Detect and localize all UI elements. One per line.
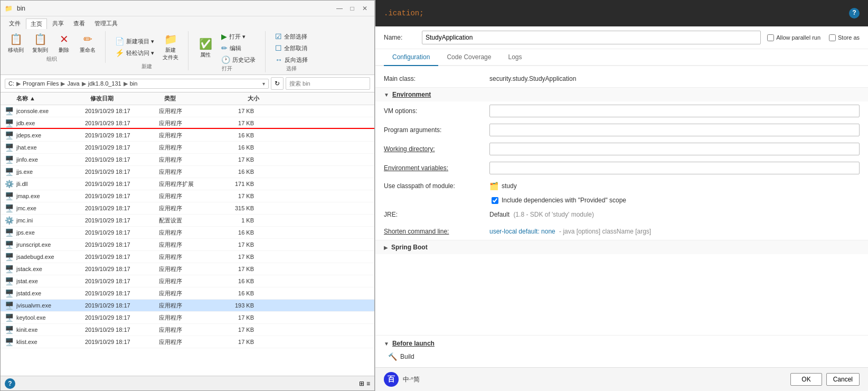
env-vars-row: Environment variables: xyxy=(375,159,868,178)
folder-icon: 📁 xyxy=(5,5,13,12)
edit-button[interactable]: ✏ 编辑 xyxy=(218,43,259,53)
list-view-icon[interactable]: ≡ xyxy=(366,380,370,387)
table-row[interactable]: 🖥️ jmap.exe 2019/10/29 18:17 应用程序 17 KB xyxy=(1,190,374,202)
history-button[interactable]: 🕐 历史记录 xyxy=(218,54,259,65)
select-all-label: 全部选择 xyxy=(284,33,307,41)
invert-selection-button[interactable]: ↔ 反向选择 xyxy=(272,54,311,65)
include-deps-checkbox[interactable] xyxy=(492,197,498,204)
table-row[interactable]: 🖥️ jps.exe 2019/10/29 18:17 应用程序 16 KB xyxy=(1,227,374,239)
title-bar-left: 📁 bin xyxy=(5,5,25,12)
before-launch-label: Before launch xyxy=(392,340,435,347)
file-size: 1 KB xyxy=(212,217,254,224)
file-date: 2019/10/29 18:17 xyxy=(85,339,159,345)
vm-options-input[interactable] xyxy=(489,105,860,117)
program-args-input[interactable] xyxy=(489,124,860,136)
open-label: 打开 ▾ xyxy=(229,33,246,41)
file-type: 应用程序 xyxy=(159,229,212,237)
select-all-button[interactable]: ☑ 全部选择 xyxy=(272,31,311,42)
store-as-check[interactable] xyxy=(829,34,836,41)
sep2: ▶ xyxy=(61,80,65,87)
copy-label: 复制到 xyxy=(32,46,48,54)
search-input[interactable] xyxy=(289,80,366,87)
working-dir-input[interactable] xyxy=(489,143,860,155)
properties-label: 属性 xyxy=(200,51,211,59)
tab-configuration[interactable]: Configuration xyxy=(384,49,438,66)
table-row[interactable]: 🖥️ jmc.exe 2019/10/29 18:17 应用程序 315 KB xyxy=(1,202,374,215)
tab-code-coverage[interactable]: Code Coverage xyxy=(438,49,499,66)
copy-to-button[interactable]: 📋 复制到 xyxy=(29,31,51,55)
ribbon-tab-share[interactable]: 共享 xyxy=(48,18,68,29)
sep4: ▶ xyxy=(124,80,128,87)
table-row[interactable]: 🖥️ jrunscript.exe 2019/10/29 18:17 应用程序 … xyxy=(1,239,374,251)
ribbon-tab-file[interactable]: 文件 xyxy=(5,18,25,29)
ribbon-tab-home[interactable]: 主页 xyxy=(26,18,47,29)
properties-button[interactable]: ✅ 属性 xyxy=(195,36,216,60)
path-c: C: xyxy=(8,80,14,87)
search-box[interactable] xyxy=(286,77,370,90)
help-icon[interactable]: ? xyxy=(849,8,860,18)
grid-view-icon[interactable]: ⊞ xyxy=(359,380,364,387)
table-row[interactable]: ⚙️ jmc.ini 2019/10/29 18:17 配置设置 1 KB xyxy=(1,215,374,227)
table-row[interactable]: ⚙️ jli.dll 2019/10/29 18:17 应用程序扩展 171 K… xyxy=(1,178,374,190)
ribbon-tab-manage[interactable]: 管理工具 xyxy=(90,18,122,29)
file-size: 16 KB xyxy=(212,229,254,236)
table-row[interactable]: 🖥️ kinit.exe 2019/10/29 18:17 应用程序 17 KB xyxy=(1,324,374,336)
path-dropdown-icon[interactable]: ▾ xyxy=(262,81,265,87)
table-row[interactable]: 🖥️ jjs.exe 2019/10/29 18:17 应用程序 16 KB xyxy=(1,166,374,178)
table-row[interactable]: 🖥️ jinfo.exe 2019/10/29 18:17 应用程序 17 KB xyxy=(1,154,374,166)
easy-access-button[interactable]: ⚡ 轻松访问 ▾ xyxy=(112,48,157,58)
ok-button[interactable]: OK xyxy=(790,373,822,386)
environment-section[interactable]: ▼ Environment xyxy=(375,87,868,101)
file-type: 应用程序 xyxy=(159,241,212,249)
col-name-header[interactable]: 名称 ▲ xyxy=(16,95,90,103)
file-date: 2019/10/29 18:17 xyxy=(85,193,159,199)
file-size: 16 KB xyxy=(212,132,254,138)
col-type-header[interactable]: 类型 xyxy=(164,95,217,103)
col-size-header[interactable]: 大小 xyxy=(217,95,259,103)
allow-parallel-checkbox[interactable]: Allow parallel run xyxy=(767,34,820,41)
file-icon: ⚙️ xyxy=(5,180,13,188)
ribbon-tab-view[interactable]: 查看 xyxy=(69,18,89,29)
close-button[interactable]: ✕ xyxy=(360,3,370,14)
spring-boot-section[interactable]: ▶ Spring Boot xyxy=(375,240,868,254)
deselect-all-button[interactable]: ☐ 全部取消 xyxy=(272,43,311,53)
tab-logs[interactable]: Logs xyxy=(499,49,530,66)
new-folder-button[interactable]: 📁 新建文件夹 xyxy=(159,31,182,63)
status-help-icon[interactable]: ? xyxy=(5,378,15,389)
table-row[interactable]: 🖥️ keytool.exe 2019/10/29 18:17 应用程序 17 … xyxy=(1,312,374,324)
table-row[interactable]: 🖥️ jconsole.exe 2019/10/29 18:17 应用程序 17… xyxy=(1,105,374,117)
table-row[interactable]: 🖥️ jstat.exe 2019/10/29 18:17 应用程序 16 KB xyxy=(1,275,374,287)
table-row[interactable]: 🖥️ jstack.exe 2019/10/29 18:17 应用程序 17 K… xyxy=(1,263,374,275)
table-row[interactable]: 🖥️ jsadebugd.exe 2019/10/29 18:17 应用程序 1… xyxy=(1,251,374,263)
rename-button[interactable]: ✏ 重命名 xyxy=(77,31,99,55)
file-date: 2019/10/29 18:17 xyxy=(85,266,159,272)
allow-parallel-check[interactable] xyxy=(767,34,774,41)
table-row[interactable]: 🖥️ klist.exe 2019/10/29 18:17 应用程序 17 KB xyxy=(1,336,374,348)
file-name: jmc.ini xyxy=(16,217,85,224)
table-row[interactable]: 🖥️ jstatd.exe 2019/10/29 18:17 应用程序 16 K… xyxy=(1,287,374,300)
refresh-button[interactable]: ↻ xyxy=(271,77,284,90)
cancel-button[interactable]: Cancel xyxy=(826,373,860,386)
address-path[interactable]: C: ▶ Program Files ▶ Java ▶ jdk1.8.0_131… xyxy=(5,79,269,89)
file-icon: 🖥️ xyxy=(5,240,13,249)
table-row[interactable]: 🖥️ jvisualvm.exe 2019/10/29 18:17 应用程序 1… xyxy=(1,300,374,312)
delete-button[interactable]: ✕ 删除 xyxy=(53,31,74,55)
table-row[interactable]: 🖥️ jdeps.exe 2019/10/29 18:17 应用程序 16 KB xyxy=(1,129,374,142)
file-icon: 🖥️ xyxy=(5,301,13,310)
new-item-button[interactable]: 📄 新建项目 ▾ xyxy=(112,36,157,46)
sep3: ▶ xyxy=(82,80,86,87)
minimize-button[interactable]: — xyxy=(334,3,345,14)
maximize-button[interactable]: □ xyxy=(347,3,357,14)
table-row[interactable]: 🖥️ jhat.exe 2019/10/29 18:17 应用程序 16 KB xyxy=(1,142,374,154)
file-icon: 🖥️ xyxy=(5,204,13,212)
open-button[interactable]: ▶ 打开 ▾ xyxy=(218,31,259,42)
table-row[interactable]: 🖥️ jdb.exe 2019/10/29 18:17 应用程序 17 KB xyxy=(1,117,374,129)
file-type: 应用程序 xyxy=(159,338,212,346)
env-vars-input[interactable] xyxy=(489,162,860,174)
title-bar: 📁 bin — □ ✕ xyxy=(1,1,374,16)
col-date-header[interactable]: 修改日期 xyxy=(90,95,164,103)
store-as-checkbox[interactable]: Store as xyxy=(829,34,860,41)
file-name: jmap.exe xyxy=(16,193,85,199)
name-input[interactable] xyxy=(422,31,761,44)
move-to-button[interactable]: 📋 移动到 xyxy=(5,31,27,55)
